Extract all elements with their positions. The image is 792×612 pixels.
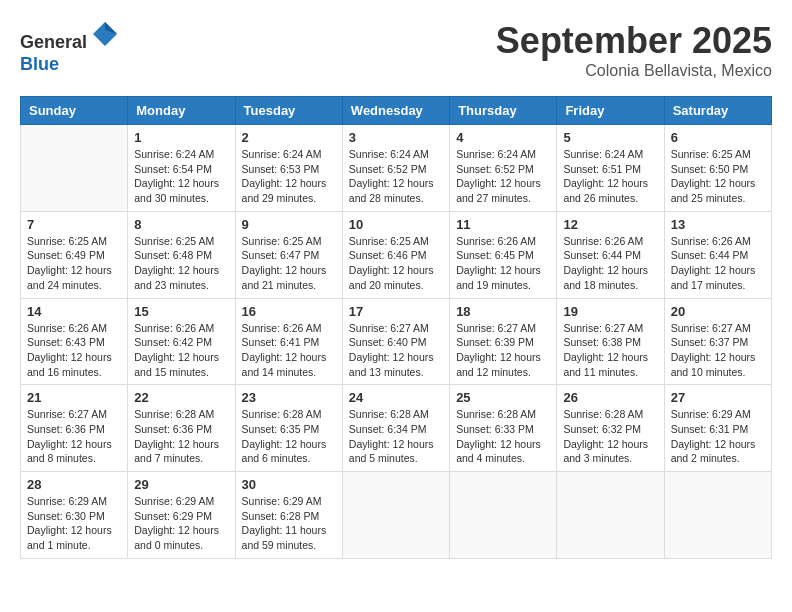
calendar-cell: 26Sunrise: 6:28 AM Sunset: 6:32 PM Dayli… bbox=[557, 385, 664, 472]
calendar-cell: 29Sunrise: 6:29 AM Sunset: 6:29 PM Dayli… bbox=[128, 472, 235, 559]
calendar-cell bbox=[450, 472, 557, 559]
calendar-cell: 5Sunrise: 6:24 AM Sunset: 6:51 PM Daylig… bbox=[557, 125, 664, 212]
day-info: Sunrise: 6:27 AM Sunset: 6:36 PM Dayligh… bbox=[27, 407, 121, 466]
day-info: Sunrise: 6:24 AM Sunset: 6:51 PM Dayligh… bbox=[563, 147, 657, 206]
logo-general: General bbox=[20, 32, 87, 52]
day-number: 12 bbox=[563, 217, 657, 232]
day-info: Sunrise: 6:29 AM Sunset: 6:29 PM Dayligh… bbox=[134, 494, 228, 553]
day-number: 4 bbox=[456, 130, 550, 145]
calendar-cell: 4Sunrise: 6:24 AM Sunset: 6:52 PM Daylig… bbox=[450, 125, 557, 212]
day-info: Sunrise: 6:25 AM Sunset: 6:46 PM Dayligh… bbox=[349, 234, 443, 293]
calendar-cell: 2Sunrise: 6:24 AM Sunset: 6:53 PM Daylig… bbox=[235, 125, 342, 212]
day-info: Sunrise: 6:25 AM Sunset: 6:47 PM Dayligh… bbox=[242, 234, 336, 293]
calendar-cell: 15Sunrise: 6:26 AM Sunset: 6:42 PM Dayli… bbox=[128, 298, 235, 385]
day-number: 25 bbox=[456, 390, 550, 405]
day-info: Sunrise: 6:26 AM Sunset: 6:45 PM Dayligh… bbox=[456, 234, 550, 293]
calendar-cell: 28Sunrise: 6:29 AM Sunset: 6:30 PM Dayli… bbox=[21, 472, 128, 559]
day-info: Sunrise: 6:27 AM Sunset: 6:39 PM Dayligh… bbox=[456, 321, 550, 380]
calendar-week-row: 14Sunrise: 6:26 AM Sunset: 6:43 PM Dayli… bbox=[21, 298, 772, 385]
day-number: 26 bbox=[563, 390, 657, 405]
calendar-header-sunday: Sunday bbox=[21, 97, 128, 125]
day-info: Sunrise: 6:25 AM Sunset: 6:49 PM Dayligh… bbox=[27, 234, 121, 293]
calendar-cell bbox=[664, 472, 771, 559]
day-number: 6 bbox=[671, 130, 765, 145]
calendar-cell: 20Sunrise: 6:27 AM Sunset: 6:37 PM Dayli… bbox=[664, 298, 771, 385]
day-number: 13 bbox=[671, 217, 765, 232]
calendar-cell: 16Sunrise: 6:26 AM Sunset: 6:41 PM Dayli… bbox=[235, 298, 342, 385]
calendar-cell: 7Sunrise: 6:25 AM Sunset: 6:49 PM Daylig… bbox=[21, 211, 128, 298]
calendar-header-thursday: Thursday bbox=[450, 97, 557, 125]
day-number: 18 bbox=[456, 304, 550, 319]
calendar-header-friday: Friday bbox=[557, 97, 664, 125]
calendar-cell bbox=[557, 472, 664, 559]
day-info: Sunrise: 6:24 AM Sunset: 6:52 PM Dayligh… bbox=[349, 147, 443, 206]
month-title: September 2025 bbox=[496, 20, 772, 62]
day-info: Sunrise: 6:28 AM Sunset: 6:33 PM Dayligh… bbox=[456, 407, 550, 466]
day-number: 11 bbox=[456, 217, 550, 232]
day-info: Sunrise: 6:26 AM Sunset: 6:44 PM Dayligh… bbox=[563, 234, 657, 293]
day-info: Sunrise: 6:25 AM Sunset: 6:50 PM Dayligh… bbox=[671, 147, 765, 206]
calendar-cell: 21Sunrise: 6:27 AM Sunset: 6:36 PM Dayli… bbox=[21, 385, 128, 472]
logo: General Blue bbox=[20, 20, 119, 75]
day-info: Sunrise: 6:27 AM Sunset: 6:37 PM Dayligh… bbox=[671, 321, 765, 380]
calendar-cell: 11Sunrise: 6:26 AM Sunset: 6:45 PM Dayli… bbox=[450, 211, 557, 298]
day-info: Sunrise: 6:29 AM Sunset: 6:28 PM Dayligh… bbox=[242, 494, 336, 553]
day-number: 14 bbox=[27, 304, 121, 319]
day-info: Sunrise: 6:29 AM Sunset: 6:30 PM Dayligh… bbox=[27, 494, 121, 553]
title-area: September 2025 Colonia Bellavista, Mexic… bbox=[496, 20, 772, 80]
calendar-cell: 22Sunrise: 6:28 AM Sunset: 6:36 PM Dayli… bbox=[128, 385, 235, 472]
day-number: 7 bbox=[27, 217, 121, 232]
day-info: Sunrise: 6:26 AM Sunset: 6:43 PM Dayligh… bbox=[27, 321, 121, 380]
day-info: Sunrise: 6:28 AM Sunset: 6:36 PM Dayligh… bbox=[134, 407, 228, 466]
day-info: Sunrise: 6:26 AM Sunset: 6:44 PM Dayligh… bbox=[671, 234, 765, 293]
calendar-cell: 18Sunrise: 6:27 AM Sunset: 6:39 PM Dayli… bbox=[450, 298, 557, 385]
day-number: 16 bbox=[242, 304, 336, 319]
day-info: Sunrise: 6:24 AM Sunset: 6:52 PM Dayligh… bbox=[456, 147, 550, 206]
day-number: 29 bbox=[134, 477, 228, 492]
day-info: Sunrise: 6:26 AM Sunset: 6:42 PM Dayligh… bbox=[134, 321, 228, 380]
calendar-cell: 13Sunrise: 6:26 AM Sunset: 6:44 PM Dayli… bbox=[664, 211, 771, 298]
calendar-header-wednesday: Wednesday bbox=[342, 97, 449, 125]
calendar-cell: 27Sunrise: 6:29 AM Sunset: 6:31 PM Dayli… bbox=[664, 385, 771, 472]
day-number: 15 bbox=[134, 304, 228, 319]
calendar-cell: 1Sunrise: 6:24 AM Sunset: 6:54 PM Daylig… bbox=[128, 125, 235, 212]
day-info: Sunrise: 6:26 AM Sunset: 6:41 PM Dayligh… bbox=[242, 321, 336, 380]
day-number: 19 bbox=[563, 304, 657, 319]
day-number: 24 bbox=[349, 390, 443, 405]
day-number: 5 bbox=[563, 130, 657, 145]
day-number: 1 bbox=[134, 130, 228, 145]
calendar-header-row: SundayMondayTuesdayWednesdayThursdayFrid… bbox=[21, 97, 772, 125]
calendar-cell: 30Sunrise: 6:29 AM Sunset: 6:28 PM Dayli… bbox=[235, 472, 342, 559]
day-number: 9 bbox=[242, 217, 336, 232]
day-number: 10 bbox=[349, 217, 443, 232]
day-info: Sunrise: 6:24 AM Sunset: 6:54 PM Dayligh… bbox=[134, 147, 228, 206]
logo-blue: Blue bbox=[20, 54, 59, 74]
page-header: General Blue September 2025 Colonia Bell… bbox=[20, 20, 772, 80]
day-number: 28 bbox=[27, 477, 121, 492]
day-info: Sunrise: 6:29 AM Sunset: 6:31 PM Dayligh… bbox=[671, 407, 765, 466]
day-number: 30 bbox=[242, 477, 336, 492]
day-info: Sunrise: 6:28 AM Sunset: 6:34 PM Dayligh… bbox=[349, 407, 443, 466]
calendar-week-row: 28Sunrise: 6:29 AM Sunset: 6:30 PM Dayli… bbox=[21, 472, 772, 559]
logo-icon bbox=[91, 20, 119, 48]
day-number: 8 bbox=[134, 217, 228, 232]
calendar-cell: 14Sunrise: 6:26 AM Sunset: 6:43 PM Dayli… bbox=[21, 298, 128, 385]
calendar-cell: 25Sunrise: 6:28 AM Sunset: 6:33 PM Dayli… bbox=[450, 385, 557, 472]
day-number: 23 bbox=[242, 390, 336, 405]
calendar-cell: 23Sunrise: 6:28 AM Sunset: 6:35 PM Dayli… bbox=[235, 385, 342, 472]
calendar-header-monday: Monday bbox=[128, 97, 235, 125]
day-info: Sunrise: 6:25 AM Sunset: 6:48 PM Dayligh… bbox=[134, 234, 228, 293]
day-number: 3 bbox=[349, 130, 443, 145]
calendar-cell: 10Sunrise: 6:25 AM Sunset: 6:46 PM Dayli… bbox=[342, 211, 449, 298]
calendar-header-saturday: Saturday bbox=[664, 97, 771, 125]
calendar-cell: 17Sunrise: 6:27 AM Sunset: 6:40 PM Dayli… bbox=[342, 298, 449, 385]
day-info: Sunrise: 6:24 AM Sunset: 6:53 PM Dayligh… bbox=[242, 147, 336, 206]
calendar-cell: 24Sunrise: 6:28 AM Sunset: 6:34 PM Dayli… bbox=[342, 385, 449, 472]
calendar-header-tuesday: Tuesday bbox=[235, 97, 342, 125]
calendar-cell: 12Sunrise: 6:26 AM Sunset: 6:44 PM Dayli… bbox=[557, 211, 664, 298]
day-info: Sunrise: 6:27 AM Sunset: 6:38 PM Dayligh… bbox=[563, 321, 657, 380]
calendar-week-row: 1Sunrise: 6:24 AM Sunset: 6:54 PM Daylig… bbox=[21, 125, 772, 212]
calendar-cell: 3Sunrise: 6:24 AM Sunset: 6:52 PM Daylig… bbox=[342, 125, 449, 212]
calendar-cell bbox=[21, 125, 128, 212]
calendar-week-row: 7Sunrise: 6:25 AM Sunset: 6:49 PM Daylig… bbox=[21, 211, 772, 298]
